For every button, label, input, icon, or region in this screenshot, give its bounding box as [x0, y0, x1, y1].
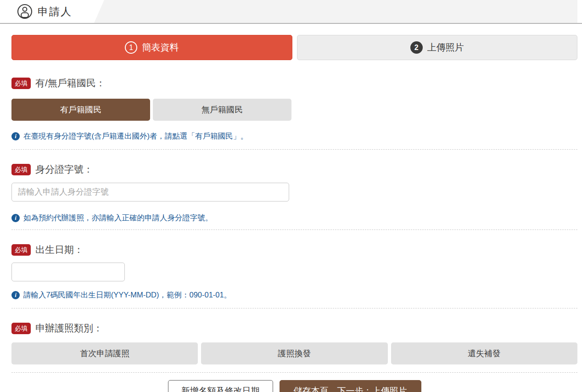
required-badge: 必填 [11, 244, 31, 256]
tab-upload-photo[interactable]: 2 上傳照片 [297, 35, 578, 60]
info-circle-icon: i [11, 214, 20, 222]
household-options: 有戶籍國民 無戶籍國民 [11, 99, 577, 121]
option-first-application[interactable]: 首次申請護照 [11, 342, 198, 364]
option-lost-replacement[interactable]: 遺失補發 [391, 342, 577, 364]
step-1-label: 簡表資料 [142, 41, 179, 54]
info-circle-icon: i [11, 132, 20, 140]
household-info-text: 在臺現有身分證字號(含戶籍遷出國外)者，請點選「有戶籍國民」。 [23, 131, 248, 141]
option-renewal[interactable]: 護照換發 [201, 342, 387, 364]
birth-date-input[interactable] [11, 263, 125, 281]
person-circle-icon [17, 4, 33, 19]
passport-type-field-label: 必填 申辦護照類別： [11, 322, 577, 335]
divider [11, 372, 577, 373]
divider [11, 149, 577, 150]
required-badge: 必填 [11, 164, 31, 175]
birth-date-label-text: 出生日期： [35, 243, 84, 256]
save-next-button[interactable]: 儲存本頁，下一步：上傳照片 [280, 380, 421, 392]
header-tab: 申請人 [11, 0, 72, 23]
passport-application-page: 申請人 1 簡表資料 2 上傳照片 必填 有/無戶籍國民： 有戶籍國民 無戶籍國… [0, 0, 582, 392]
section-header: 申請人 [0, 0, 582, 24]
form-footer: 新增名額及修改日期 儲存本頁，下一步：上傳照片 [11, 380, 577, 392]
national-id-info: i 如為預約代辦護照，亦請輸入正確的申請人身分證字號。 [11, 213, 577, 223]
national-id-input[interactable] [11, 183, 289, 202]
divider [11, 230, 577, 230]
header-background [94, 0, 577, 23]
step-tabs: 1 簡表資料 2 上傳照片 [11, 35, 577, 60]
birth-date-field-label: 必填 出生日期： [11, 243, 577, 256]
add-quota-button[interactable]: 新增名額及修改日期 [168, 380, 273, 392]
birth-date-info: i 請輸入7碼民國年出生日期(YYY-MM-DD)，範例：090-01-01。 [11, 290, 577, 300]
passport-type-options: 首次申請護照 護照換發 遺失補發 [11, 342, 577, 364]
household-field-label: 必填 有/無戶籍國民： [11, 77, 577, 90]
birth-date-info-text: 請輸入7碼民國年出生日期(YYY-MM-DD)，範例：090-01-01。 [23, 290, 231, 300]
household-label-text: 有/無戶籍國民： [35, 77, 106, 90]
step-2-label: 上傳照片 [427, 41, 464, 54]
tab-form-data[interactable]: 1 簡表資料 [11, 35, 292, 60]
page-title: 申請人 [38, 5, 72, 19]
form-content: 1 簡表資料 2 上傳照片 必填 有/無戶籍國民： 有戶籍國民 無戶籍國民 i … [0, 35, 582, 392]
option-without-household[interactable]: 無戶籍國民 [153, 99, 291, 121]
step-1-number: 1 [125, 41, 137, 54]
national-id-field-label: 必填 身分證字號： [11, 163, 577, 176]
national-id-info-text: 如為預約代辦護照，亦請輸入正確的申請人身分證字號。 [23, 213, 213, 223]
step-2-number: 2 [410, 41, 423, 54]
required-badge: 必填 [11, 78, 31, 89]
passport-type-label-text: 申辦護照類別： [35, 322, 103, 335]
national-id-label-text: 身分證字號： [35, 163, 93, 176]
option-with-household[interactable]: 有戶籍國民 [11, 99, 150, 121]
info-circle-icon: i [11, 291, 20, 299]
required-badge: 必填 [11, 323, 31, 334]
divider [11, 308, 577, 308]
household-info: i 在臺現有身分證字號(含戶籍遷出國外)者，請點選「有戶籍國民」。 [11, 131, 577, 141]
